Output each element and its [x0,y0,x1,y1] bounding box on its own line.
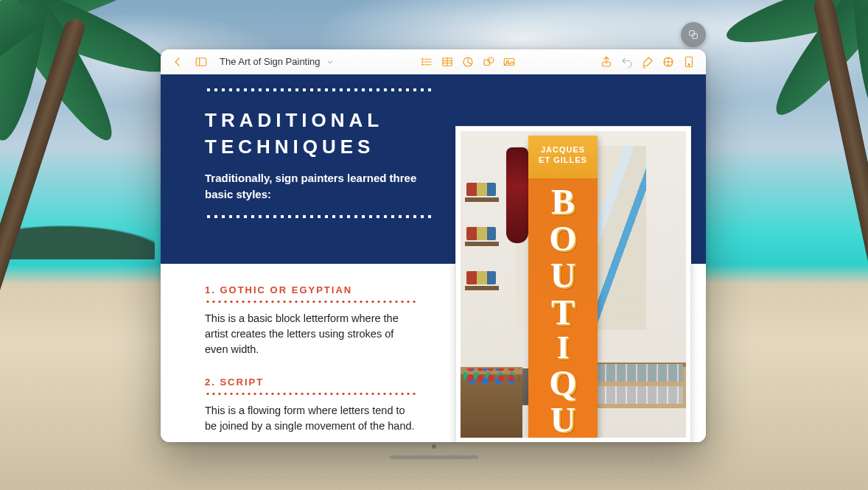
svg-point-25 [665,61,666,63]
list-item: 2. SCRIPT This is a flowing form where l… [205,377,448,434]
photo-content: JACQUES ET GILLES B O U T I Q U [461,131,686,438]
heading-line-2: TECHNIQUES [205,133,383,160]
sign-board: JACQUES ET GILLES B O U T I Q U [528,136,598,438]
sign-letter: U [550,402,576,438]
desktop-wallpaper: The Art of Sign Painting [0,0,868,490]
sign-letters: B O U T I Q U [528,184,598,435]
list-icon[interactable] [417,52,436,71]
item-title-1: 1. GOTHIC OR EGYPTIAN [205,284,448,295]
svg-point-8 [422,61,424,63]
svg-point-23 [671,61,673,63]
palm-tree-right [830,0,868,334]
svg-rect-2 [196,57,206,66]
svg-point-21 [668,60,669,62]
chart-icon[interactable] [458,52,477,71]
island-decoration [0,208,155,259]
back-button[interactable] [168,52,187,71]
home-indicator[interactable] [390,455,478,459]
format-brush-icon[interactable] [638,52,657,71]
sign-letter: B [551,184,575,220]
sign-cap-line1: JACQUES [528,144,598,155]
animate-icon[interactable] [659,52,678,71]
shape-icon[interactable] [479,52,498,71]
svg-point-24 [668,64,669,66]
toolbar: The Art of Sign Painting [161,49,706,74]
sign-letter: U [550,258,576,293]
undo-icon[interactable] [617,52,637,71]
heading-line-1: TRADITIONAL [205,107,383,133]
actions-group [597,52,699,71]
svg-point-16 [489,57,494,63]
item-body-2: This is a flowing form where letters ten… [205,403,419,434]
slide-heading: TRADITIONAL TECHNIQUES [205,107,383,160]
svg-point-22 [668,57,669,59]
palm-tree-left [0,4,70,349]
media-icon[interactable] [500,52,519,71]
item-title-2: 2. SCRIPT [205,377,448,388]
window-layout-icon[interactable] [681,22,706,47]
slide-subtitle: Traditionally, sign painters learned thr… [205,170,426,203]
dot-divider-red [205,300,419,304]
sidebar-toggle-icon[interactable] [192,52,211,71]
svg-rect-1 [693,34,698,39]
sign-letter: O [549,221,576,256]
dot-divider-red [205,392,419,396]
svg-point-9 [422,64,424,66]
chevron-down-icon [325,57,335,67]
dot-divider-mid [205,214,433,219]
table-icon[interactable] [438,52,457,71]
sign-caption: JACQUES ET GILLES [528,136,598,178]
slide-canvas[interactable]: TRADITIONAL TECHNIQUES Traditionally, si… [161,74,706,442]
insert-group [417,52,519,71]
dot-divider-top [205,88,433,92]
page-indicator-dot [432,444,436,449]
document-title-text: The Art of Sign Painting [220,56,321,67]
list-item: 1. GOTHIC OR EGYPTIAN This is a basic bl… [205,284,448,357]
slide-body: 1. GOTHIC OR EGYPTIAN This is a basic bl… [205,284,448,434]
sign-letter: Q [549,365,576,401]
svg-rect-0 [690,31,695,36]
sign-letter: T [551,295,575,330]
keynote-window: The Art of Sign Painting [161,49,706,442]
document-options-icon[interactable] [679,52,699,71]
svg-point-27 [688,63,690,65]
item-body-1: This is a basic block letterform where t… [205,311,419,357]
sign-cap-line2: ET GILLES [528,155,598,165]
share-icon[interactable] [597,52,616,71]
document-title[interactable]: The Art of Sign Painting [215,56,340,67]
sign-letter: I [556,332,569,364]
slide-photo[interactable]: JACQUES ET GILLES B O U T I Q U [455,126,691,442]
svg-point-7 [422,58,424,60]
